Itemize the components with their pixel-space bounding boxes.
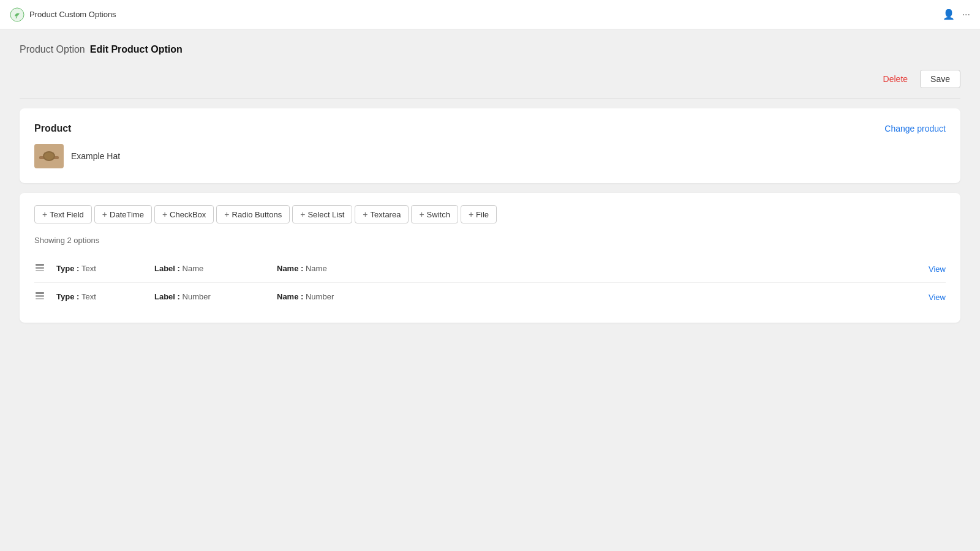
breadcrumb-current: Edit Product Option [90, 44, 183, 55]
option-tab-switch[interactable]: + Switch [411, 205, 458, 223]
option-tab-radio-buttons[interactable]: + Radio Buttons [216, 205, 290, 223]
hat-illustration [38, 148, 60, 165]
option-tab-text-field[interactable]: + Text Field [34, 205, 92, 223]
plus-icon: + [469, 209, 473, 219]
svg-rect-10 [36, 298, 44, 299]
plus-icon: + [363, 209, 368, 219]
user-icon[interactable]: 👤 [943, 9, 955, 20]
plus-icon: + [224, 209, 229, 219]
row-icon [34, 290, 56, 303]
breadcrumb-parent[interactable]: Product Option [20, 44, 85, 55]
row-icon [34, 262, 56, 275]
app-title: Product Custom Options [29, 10, 116, 19]
svg-rect-9 [36, 295, 44, 297]
product-item: Example Hat [34, 144, 946, 168]
svg-point-4 [44, 152, 54, 160]
option-tab-select-list[interactable]: + Select List [292, 205, 352, 223]
view-link[interactable]: View [929, 293, 946, 302]
toolbar: Delete Save [20, 70, 960, 99]
svg-rect-6 [36, 267, 44, 269]
option-tab-datetime[interactable]: + DateTime [94, 205, 152, 223]
option-label: Label : Name [154, 264, 277, 273]
option-tabs: + Text Field+ DateTime+ CheckBox+ Radio … [34, 205, 946, 223]
top-bar-right: 👤 ··· [943, 9, 970, 20]
delete-button[interactable]: Delete [876, 70, 915, 88]
svg-rect-7 [36, 270, 44, 271]
more-options-icon[interactable]: ··· [962, 9, 970, 20]
app-icon [10, 7, 24, 22]
top-bar-left: Product Custom Options [10, 7, 116, 22]
plus-icon: + [162, 209, 167, 219]
option-name: Name : Number [277, 292, 909, 301]
product-image [34, 144, 64, 168]
plus-icon: + [419, 209, 424, 219]
save-button[interactable]: Save [920, 70, 960, 88]
plus-icon: + [102, 209, 107, 219]
product-name: Example Hat [71, 151, 120, 161]
svg-rect-5 [36, 264, 44, 266]
table-row: Type : Text Label : Name Name : Name Vie… [34, 255, 946, 283]
table-row: Type : Text Label : Number Name : Number… [34, 283, 946, 310]
top-bar: Product Custom Options 👤 ··· [0, 0, 980, 29]
product-header: Product Change product [34, 123, 946, 134]
option-tab-checkbox[interactable]: + CheckBox [154, 205, 214, 223]
product-section-title: Product [34, 123, 71, 134]
options-count: Showing 2 options [34, 236, 946, 245]
page-content: Product Option Edit Product Option Delet… [0, 29, 980, 337]
option-action: View [909, 264, 946, 274]
change-product-link[interactable]: Change product [884, 124, 946, 133]
option-type: Type : Text [56, 292, 154, 301]
plus-icon: + [42, 209, 47, 219]
plus-icon: + [300, 209, 305, 219]
breadcrumb: Product Option Edit Product Option [20, 44, 960, 55]
option-label: Label : Number [154, 292, 277, 301]
options-rows: Type : Text Label : Name Name : Name Vie… [34, 255, 946, 310]
view-link[interactable]: View [929, 264, 946, 274]
options-card: + Text Field+ DateTime+ CheckBox+ Radio … [20, 193, 960, 323]
option-action: View [909, 292, 946, 302]
option-tab-textarea[interactable]: + Textarea [355, 205, 409, 223]
product-card: Product Change product Example Hat [20, 108, 960, 183]
svg-rect-8 [36, 292, 44, 294]
option-name: Name : Name [277, 264, 909, 273]
option-type: Type : Text [56, 264, 154, 273]
option-tab-file[interactable]: + File [461, 205, 497, 223]
